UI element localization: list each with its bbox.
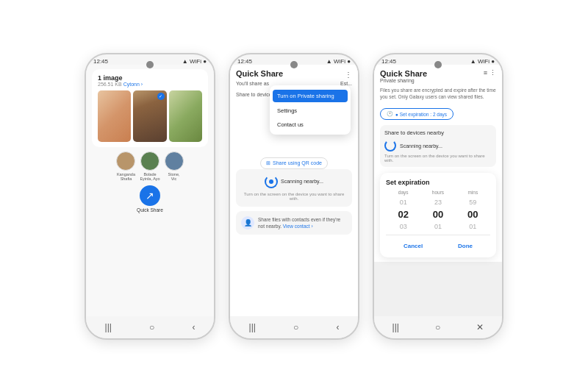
- phone-2-contacts-section: 👤 Share files with contacts even if they…: [236, 211, 352, 235]
- menu-settings[interactable]: Settings: [270, 104, 351, 118]
- phone-1-file-link[interactable]: Cytonn ›: [123, 82, 143, 87]
- phone-2-menu-popup: Turn on Private sharing Settings Contact…: [270, 85, 351, 135]
- phone-1-content: 1 image 256.51 KB Cytonn › ✓: [86, 65, 214, 217]
- phone-2-qr-area: ⊞ Share using QR code: [236, 157, 352, 169]
- num-mins-3[interactable]: 01: [456, 221, 490, 232]
- phone-3-content: Quick Share Private sharing ≡ ⋮ Files yo…: [374, 65, 502, 263]
- qr-icon: ⊞: [266, 160, 270, 166]
- phone-1-avatar-1[interactable]: KangandaShafia: [116, 152, 135, 181]
- phone-1-img-food: [169, 90, 202, 142]
- contacts-icon: 👤: [241, 216, 254, 229]
- menu-contact-us[interactable]: Contact us: [270, 118, 351, 132]
- quickshare-label: Quick Share: [137, 207, 163, 213]
- phone-3-subtitle: Private sharing: [380, 78, 427, 83]
- menu-private-sharing[interactable]: Turn on Private sharing: [273, 90, 348, 102]
- nav-home[interactable]: ○: [293, 322, 298, 332]
- col-hours: hours: [420, 190, 455, 195]
- phone-3-screen: Quick Share Private sharing ≡ ⋮ Files yo…: [374, 65, 502, 319]
- quickshare-icon: ↗: [140, 185, 160, 206]
- expiry-button[interactable]: 🕐 ● Set expiration : 2 days: [380, 108, 453, 120]
- phone-3-notch: [434, 61, 442, 68]
- phone-1-navbar: ||| ○ ‹: [86, 316, 214, 338]
- nav-home[interactable]: ○: [149, 322, 154, 332]
- phone-1-images: ✓: [98, 90, 202, 142]
- phone-3-header-icons: ≡ ⋮: [484, 69, 496, 76]
- phone-1-avatar-3[interactable]: Stone,Vic: [165, 152, 184, 181]
- dialog-col-headers: days hours mins: [386, 190, 490, 195]
- dialog-row-2: 02 00 00: [386, 207, 490, 221]
- list-icon[interactable]: ≡: [484, 69, 487, 76]
- num-hours-3[interactable]: 01: [420, 221, 455, 232]
- nav-recent[interactable]: |||: [249, 322, 256, 332]
- phone-2-notch: [290, 61, 298, 68]
- cancel-button[interactable]: Cancel: [393, 240, 433, 252]
- phone-1-check: ✓: [157, 93, 165, 100]
- phone-1-img-person: ✓: [133, 90, 166, 142]
- phone-2-menu-icon[interactable]: ⋮: [345, 71, 352, 79]
- phone-2-screen: Quick Share ⋮ You'll share as Est... Sha…: [230, 65, 358, 319]
- more-icon[interactable]: ⋮: [490, 69, 496, 76]
- scan-spinner: [384, 140, 396, 152]
- scan-hint: Turn on the screen on the device you wan…: [242, 192, 346, 201]
- phone-1-quickshare[interactable]: ↗ Quick Share: [92, 185, 208, 213]
- phone-3-scan: Scanning nearby...: [384, 140, 492, 152]
- phone-2: 12:45 ▲ WiFi ● Quick Share ⋮ You'll shar…: [229, 53, 359, 340]
- phone-1-screen: 1 image 256.51 KB Cytonn › ✓: [86, 65, 214, 319]
- phone-2-header: Quick Share ⋮: [236, 69, 352, 81]
- nav-recent[interactable]: |||: [392, 322, 399, 332]
- scan-row: Scanning nearby...: [265, 175, 323, 188]
- phone-1-time: 12:45: [93, 58, 108, 65]
- num-days-2[interactable]: 02: [386, 207, 420, 221]
- num-hours-2[interactable]: 00: [420, 207, 455, 221]
- scan-text: Scanning nearby...: [281, 179, 323, 184]
- num-mins-2[interactable]: 00: [456, 207, 490, 221]
- phone-3-title-block: Quick Share Private sharing: [380, 69, 427, 87]
- scan-spinner: [265, 175, 278, 188]
- done-button[interactable]: Done: [448, 240, 483, 252]
- phone-3-title: Quick Share: [380, 69, 427, 78]
- phone-3-desc: Files you share are encrypted and expire…: [380, 87, 496, 101]
- col-mins: mins: [456, 190, 490, 195]
- contacts-row: 👤 Share files with contacts even if they…: [241, 216, 347, 229]
- nav-recent[interactable]: |||: [105, 322, 112, 332]
- phone-3-header: Quick Share Private sharing ≡ ⋮: [380, 69, 496, 87]
- phone-3-icons: ▲ WiFi ●: [470, 58, 495, 65]
- phone-2-scan-section: Scanning nearby... Turn on the screen on…: [236, 169, 352, 207]
- phone-3-nearby-section: Share to devices nearby Scanning nearby.…: [380, 125, 496, 167]
- dialog-separator: [386, 235, 490, 235]
- nav-back[interactable]: ‹: [336, 322, 339, 332]
- dialog-buttons: Cancel Done: [386, 240, 490, 252]
- nav-close[interactable]: ✕: [476, 322, 484, 332]
- qr-button[interactable]: ⊞ Share using QR code: [260, 157, 328, 169]
- phone-1-contacts: KangandaShafia BoladeEyinla, Ayo Stone,V…: [92, 152, 208, 181]
- scan-animation: Scanning nearby... Turn on the screen on…: [242, 175, 346, 201]
- dialog-row-3: 03 01 01: [386, 221, 490, 232]
- phone-1-file-label: 1 image: [98, 74, 202, 82]
- num-days-3[interactable]: 03: [386, 221, 420, 232]
- phone-1-avatar-2[interactable]: BoladeEyinla, Ayo: [140, 152, 159, 181]
- contacts-text: Share files with contacts even if they'r…: [258, 216, 347, 229]
- col-days: days: [386, 190, 420, 195]
- expiration-dialog: Set expiration days hours mins 01 23 59 …: [380, 173, 496, 257]
- phone-1-file-info: 1 image 256.51 KB Cytonn › ✓: [92, 69, 208, 147]
- phone-3: 12:45 ▲ WiFi ● Quick Share Private shari…: [373, 53, 503, 340]
- dialog-row-1: 01 23 59: [386, 197, 490, 207]
- phone-1-notch: [146, 61, 154, 68]
- phone-3-navbar: ||| ○ ✕: [374, 316, 502, 338]
- phone-2-time: 12:45: [237, 58, 252, 65]
- scan-hint: Turn on the screen on the device you wan…: [384, 154, 492, 163]
- num-hours-1[interactable]: 23: [420, 197, 455, 207]
- dialog-title: Set expiration: [386, 179, 490, 186]
- phone-2-navbar: ||| ○ ‹: [230, 316, 358, 338]
- num-mins-1[interactable]: 59: [456, 197, 490, 207]
- scan-text: Scanning nearby...: [400, 143, 442, 149]
- nearby-label: Share to devices nearby: [384, 129, 492, 136]
- phone-2-content: Quick Share ⋮ You'll share as Est... Sha…: [230, 65, 358, 239]
- view-contact-link[interactable]: View contact ›: [283, 224, 313, 229]
- nav-home[interactable]: ○: [435, 322, 440, 332]
- phone-1: 12:45 ▲ WiFi ● 1 image 256.51 KB Cytonn …: [85, 53, 215, 340]
- phone-3-time: 12:45: [381, 58, 396, 65]
- num-days-1[interactable]: 01: [386, 197, 420, 207]
- nav-back[interactable]: ‹: [192, 322, 195, 332]
- phone-1-icons: ▲ WiFi ●: [182, 58, 207, 65]
